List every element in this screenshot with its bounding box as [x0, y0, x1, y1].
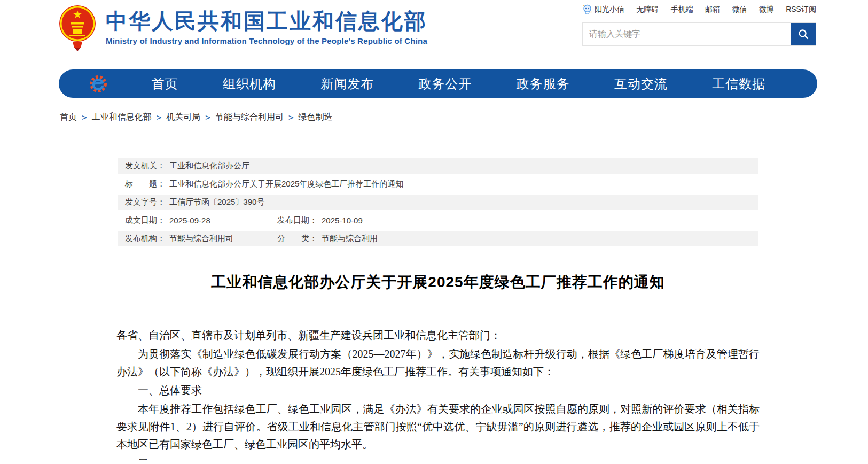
- svg-text:★: ★: [73, 9, 82, 20]
- breadcrumb-separator: >: [205, 112, 210, 122]
- utility-link-rss[interactable]: RSS订阅: [786, 5, 816, 14]
- search-button[interactable]: [791, 23, 816, 45]
- national-emblem-icon: ★: [59, 3, 96, 51]
- meta-value: 2025-09-28: [169, 216, 210, 225]
- meta-row-issuing-office: 发文机关： 工业和信息化部办公厅: [118, 158, 758, 174]
- breadcrumb-separator: >: [82, 112, 87, 122]
- meta-label: 发布日期：: [277, 215, 317, 226]
- breadcrumb-separator: >: [157, 112, 162, 122]
- paragraph-section-2-heading-clipped: 二、: [116, 454, 760, 464]
- meta-value: 工业和信息化部办公厅关于开展2025年度绿色工厂推荐工作的通知: [169, 179, 403, 189]
- utility-label: 邮箱: [705, 5, 720, 14]
- utility-link-mail[interactable]: 邮箱: [705, 5, 720, 14]
- meta-label: 发文字号：: [125, 197, 165, 207]
- brand-home-link[interactable]: ★ 中华人民共和国工业和信息化部 Ministry of Industry an…: [59, 3, 427, 51]
- meta-value: 节能与综合利用司: [169, 234, 233, 244]
- meta-row-doc-number: 发文字号： 工信厅节函〔2025〕390号: [118, 195, 758, 210]
- breadcrumb-miit[interactable]: 工业和信息化部: [92, 112, 152, 123]
- meta-value: 节能与综合利用: [322, 234, 378, 244]
- meta-label: 发文机关：: [125, 161, 165, 171]
- breadcrumb-departments[interactable]: 机关司局: [166, 112, 200, 123]
- breadcrumb: 首页 > 工业和信息化部 > 机关司局 > 节能与综合利用司 > 绿色制造: [60, 112, 868, 123]
- meta-value: 工业和信息化部办公厅: [169, 161, 249, 171]
- meta-label: 成文日期：: [125, 215, 165, 226]
- breadcrumb-home[interactable]: 首页: [60, 112, 77, 123]
- nav-item-organization[interactable]: 组织机构: [223, 75, 276, 92]
- utility-label: 微博: [759, 5, 774, 14]
- document-body: 各省、自治区、直辖市及计划单列市、新疆生产建设兵团工业和信息化主管部门： 为贯彻…: [116, 327, 760, 464]
- miit-gear-logo-icon: [89, 74, 108, 94]
- nav-item-gov-services[interactable]: 政务服务: [517, 75, 570, 92]
- nav-item-home[interactable]: 首页: [152, 75, 178, 92]
- breadcrumb-energy-dept[interactable]: 节能与综合利用司: [215, 112, 284, 123]
- utility-label: 无障碍: [636, 5, 659, 14]
- utility-link-accessibility[interactable]: 无障碍: [636, 5, 659, 14]
- site-subtitle: Ministry of Industry and Information Tec…: [106, 36, 427, 45]
- paragraph-section-1-body: 本年度推荐工作包括绿色工厂、绿色工业园区，满足《办法》有关要求的企业或园区按照自…: [116, 400, 760, 453]
- breadcrumb-green-manufacturing[interactable]: 绿色制造: [299, 112, 333, 123]
- utility-link-xiaoxin[interactable]: 阳光小信: [582, 4, 624, 14]
- breadcrumb-separator: >: [288, 112, 294, 122]
- nav-item-news[interactable]: 新闻发布: [320, 75, 374, 92]
- document-title: 工业和信息化部办公厅关于开展2025年度绿色工厂推荐工作的通知: [118, 272, 758, 292]
- paragraph-section-1-heading: 一、总体要求: [116, 382, 760, 399]
- nav-item-miit-data[interactable]: 工信数据: [712, 75, 765, 92]
- utility-link-wechat[interactable]: 微信: [732, 5, 747, 14]
- meta-value: 2025-10-09: [322, 216, 363, 225]
- meta-label: 标 题：: [125, 179, 165, 189]
- utility-label: 微信: [732, 5, 747, 14]
- meta-row-dates: 成文日期： 2025-09-28 发布日期： 2025-10-09: [118, 213, 758, 228]
- utility-links: 阳光小信 无障碍 手机端 邮箱 微信 微博 RSS订阅: [582, 4, 816, 14]
- paragraph-intro: 为贯彻落实《制造业绿色低碳发展行动方案（2025—2027年）》，实施绿色制造标…: [116, 345, 760, 381]
- site-header: ★ 中华人民共和国工业和信息化部 Ministry of Industry an…: [0, 0, 868, 68]
- utility-label: RSS订阅: [786, 5, 816, 14]
- search-icon: [797, 28, 809, 40]
- meta-value: 工信厅节函〔2025〕390号: [169, 197, 264, 207]
- assistant-robot-icon: [582, 4, 592, 14]
- site-title: 中华人民共和国工业和信息化部: [106, 9, 427, 33]
- meta-row-title: 标 题： 工业和信息化部办公厅关于开展2025年度绿色工厂推荐工作的通知: [118, 176, 758, 192]
- utility-label: 手机端: [671, 5, 693, 14]
- meta-label: 发布机构：: [125, 234, 165, 244]
- meta-label: 分 类：: [277, 234, 317, 244]
- document-meta-table: 发文机关： 工业和信息化部办公厅 标 题： 工业和信息化部办公厅关于开展2025…: [118, 158, 758, 246]
- main-navigation: 首页 组织机构 新闻发布 政务公开 政务服务 互动交流 工信数据: [59, 69, 817, 98]
- nav-item-interaction[interactable]: 互动交流: [614, 75, 668, 92]
- nav-item-gov-disclosure[interactable]: 政务公开: [418, 75, 472, 92]
- paragraph-salutation: 各省、自治区、直辖市及计划单列市、新疆生产建设兵团工业和信息化主管部门：: [116, 327, 760, 344]
- search-box: [582, 22, 816, 46]
- search-input[interactable]: [583, 23, 791, 45]
- utility-link-mobile[interactable]: 手机端: [671, 5, 693, 14]
- utility-link-weibo[interactable]: 微博: [759, 5, 774, 14]
- meta-row-publisher-category: 发布机构： 节能与综合利用司 分 类： 节能与综合利用: [118, 231, 758, 246]
- utility-label: 阳光小信: [595, 5, 624, 14]
